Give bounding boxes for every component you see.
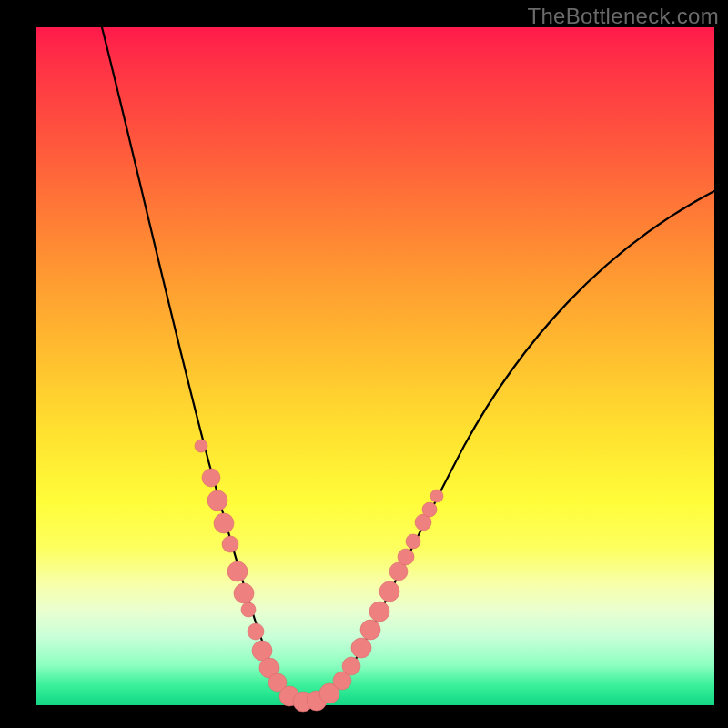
curve-marker: [252, 641, 272, 661]
curve-marker: [406, 534, 420, 549]
curve-marker: [241, 602, 256, 617]
curve-marker: [248, 623, 264, 640]
chart-frame: TheBottleneck.com: [0, 0, 728, 728]
bottleneck-curve: [102, 27, 714, 701]
curve-marker: [222, 536, 238, 552]
curve-marker: [369, 602, 389, 622]
chart-svg: [36, 27, 714, 705]
curve-marker: [228, 561, 248, 581]
curve-marker: [430, 490, 443, 502]
curve-marker: [342, 657, 360, 675]
plot-area: [36, 27, 714, 705]
marker-group: [195, 440, 443, 712]
curve-marker: [398, 549, 414, 565]
curve-marker: [207, 490, 228, 511]
curve-marker: [202, 469, 220, 487]
curve-marker: [379, 581, 399, 602]
curve-marker: [422, 502, 437, 517]
watermark-text: TheBottleneck.com: [527, 4, 719, 29]
curve-marker: [195, 440, 207, 452]
curve-marker: [351, 638, 371, 658]
curve-marker: [234, 583, 254, 603]
curve-marker: [360, 620, 380, 640]
curve-marker: [214, 513, 234, 533]
